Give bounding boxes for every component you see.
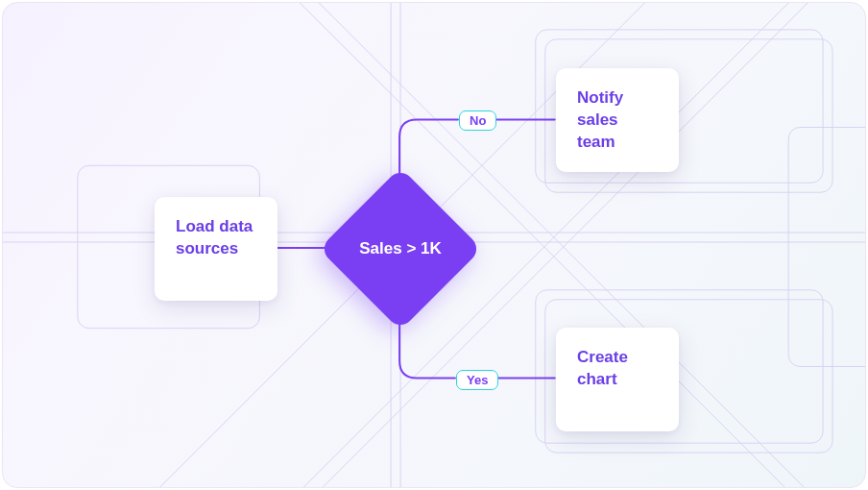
- node-label: Load data sources: [176, 217, 253, 257]
- badge-label: Yes: [467, 373, 488, 387]
- node-notify-sales-team[interactable]: Notify sales team: [556, 68, 679, 172]
- badge-label: No: [470, 113, 486, 128]
- node-load-data-sources[interactable]: Load data sources: [155, 197, 277, 301]
- svg-rect-14: [788, 127, 865, 366]
- flow-canvas: Load data sources Sales > 1K Notify sale…: [2, 2, 866, 488]
- node-label: Notify sales team: [577, 88, 623, 151]
- node-create-chart[interactable]: Create chart: [556, 328, 679, 431]
- branch-badge-no: No: [459, 110, 496, 131]
- branch-badge-yes: Yes: [456, 370, 498, 390]
- node-label: Create chart: [577, 348, 628, 388]
